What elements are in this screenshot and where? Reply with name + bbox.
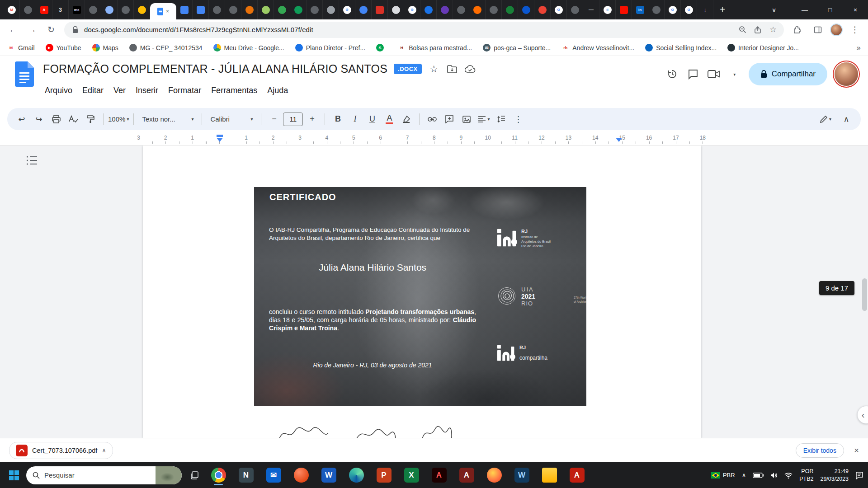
taskbar-app[interactable]: W: [321, 465, 336, 486]
start-button[interactable]: [4, 465, 24, 486]
first-line-ind-marker[interactable]: [217, 135, 223, 137]
window-maximize-button[interactable]: □: [817, 0, 843, 19]
browser-tab[interactable]: [20, 0, 36, 19]
taskbar-app[interactable]: A: [569, 465, 585, 486]
font-size-decrease-icon[interactable]: −: [266, 111, 282, 127]
task-view-icon[interactable]: [184, 465, 204, 485]
bookmark-star-icon[interactable]: ☆: [769, 25, 778, 34]
forward-button[interactable]: →: [24, 21, 41, 38]
browser-tab[interactable]: A: [36, 0, 52, 19]
new-tab-button[interactable]: +: [715, 3, 730, 17]
taskbar-app[interactable]: [349, 465, 364, 486]
insert-link-icon[interactable]: [424, 111, 440, 127]
zoom-icon[interactable]: [738, 25, 747, 34]
notification-center-icon[interactable]: [855, 471, 863, 479]
side-panel-toggle-button[interactable]: ‹: [857, 406, 868, 424]
menu-item[interactable]: Ferramentas: [206, 83, 262, 98]
left-indent-marker[interactable]: [217, 138, 223, 142]
download-chevron-up-icon[interactable]: ∧: [102, 447, 106, 454]
browser-menu-icon[interactable]: ⋮: [846, 21, 863, 38]
browser-tab[interactable]: G: [339, 0, 355, 19]
taskbar-app[interactable]: [542, 465, 557, 486]
zoom-select[interactable]: 100% ▾: [108, 111, 129, 127]
star-document-icon[interactable]: ☆: [428, 63, 440, 75]
browser-tab[interactable]: [225, 0, 241, 19]
browser-tab[interactable]: M: [4, 0, 20, 19]
move-to-folder-icon[interactable]: [446, 63, 458, 75]
browser-tab[interactable]: [486, 0, 502, 19]
browser-profile-avatar[interactable]: [830, 23, 843, 36]
bookmark[interactable]: Social Selling Index...: [645, 44, 717, 52]
browser-tab[interactable]: [355, 0, 372, 19]
editing-mode-pen-icon[interactable]: ▾: [817, 111, 834, 127]
bookmark[interactable]: H Bolsas para mestrad...: [398, 44, 472, 52]
battery-icon[interactable]: [753, 473, 764, 478]
bookmark[interactable]: MG - CEP_ 34012534: [129, 44, 203, 52]
bookmark[interactable]: M Gmail: [7, 44, 35, 52]
video-call-dropdown-icon[interactable]: ▾: [728, 67, 741, 81]
browser-tab[interactable]: [193, 0, 209, 19]
undo-icon[interactable]: ↩: [14, 111, 30, 127]
browser-tab[interactable]: [209, 0, 225, 19]
bookmark[interactable]: rb Andrew Vesselinovit...: [561, 44, 634, 52]
window-minimize-button[interactable]: —: [792, 0, 817, 19]
browser-tab[interactable]: [567, 0, 583, 19]
browser-tab[interactable]: [258, 0, 274, 19]
browser-tab[interactable]: [372, 0, 388, 19]
browser-tab[interactable]: [469, 0, 486, 19]
browser-tab[interactable]: G: [551, 0, 567, 19]
padlock-icon[interactable]: [71, 25, 80, 34]
taskbar-app[interactable]: A: [459, 465, 474, 486]
document-title[interactable]: FORMAÇÃO COMPLEMENTAR - JÚLIA ALANA HILÁ…: [43, 62, 387, 75]
scrollbar-thumb[interactable]: [862, 278, 867, 311]
cloud-saved-icon[interactable]: [464, 63, 476, 75]
taskbar-app[interactable]: [486, 465, 502, 486]
font-size-increase-icon[interactable]: +: [304, 111, 320, 127]
print-icon[interactable]: [48, 111, 64, 127]
bookmark[interactable]: Plano Diretor - Pref...: [295, 44, 366, 52]
browser-tab[interactable]: ıl: [599, 0, 616, 19]
text-color-icon[interactable]: A: [381, 111, 397, 127]
browser-tab[interactable]: ↓: [697, 0, 713, 19]
collapse-toolbar-icon[interactable]: ∧: [838, 111, 854, 127]
browser-tab[interactable]: G: [681, 0, 697, 19]
certificate-image[interactable]: CERTIFICADO O IAB-RJ Compartilha, Progra…: [254, 187, 586, 406]
add-comment-icon[interactable]: [441, 111, 458, 127]
italic-icon[interactable]: I: [347, 111, 363, 127]
insert-image-icon[interactable]: [458, 111, 475, 127]
browser-tab[interactable]: [420, 0, 437, 19]
menu-item[interactable]: Ver: [108, 83, 131, 98]
show-all-downloads-button[interactable]: Exibir todos: [796, 443, 844, 458]
browser-tab[interactable]: [134, 0, 150, 19]
browser-tab[interactable]: [241, 0, 258, 19]
font-select[interactable]: Calibri ▾: [207, 111, 256, 127]
bookmark[interactable]: S: [376, 44, 387, 52]
wifi-icon[interactable]: [784, 472, 793, 479]
bookmark[interactable]: ▶ YouTube: [46, 44, 81, 52]
taskbar-search-box[interactable]: Pesquisar: [26, 466, 182, 484]
browser-tab[interactable]: [323, 0, 339, 19]
document-outline-icon[interactable]: [26, 155, 38, 165]
browser-tab[interactable]: [502, 0, 518, 19]
browser-tab[interactable]: 3: [52, 0, 69, 19]
taskbar-app[interactable]: A: [431, 465, 447, 486]
google-docs-logo[interactable]: [15, 61, 34, 87]
browser-tab[interactable]: [388, 0, 404, 19]
tray-chevron-up-icon[interactable]: ∧: [742, 472, 746, 479]
taskbar-app[interactable]: P: [376, 465, 392, 486]
bookmarks-overflow-icon[interactable]: »: [857, 43, 861, 52]
bold-icon[interactable]: B: [330, 111, 346, 127]
browser-tab[interactable]: [437, 0, 453, 19]
taskbar-app[interactable]: N: [238, 465, 254, 486]
side-panel-icon[interactable]: [809, 21, 826, 38]
browser-tab[interactable]: G: [404, 0, 420, 19]
redo-icon[interactable]: ↪: [31, 111, 47, 127]
share-icon[interactable]: [753, 25, 762, 34]
browser-tab[interactable]: in: [632, 0, 648, 19]
clock[interactable]: 21:49 29/03/2023: [820, 468, 849, 483]
share-button[interactable]: Compartilhar: [749, 63, 827, 85]
menu-item[interactable]: Inserir: [131, 83, 163, 98]
search-highlight-image[interactable]: [156, 466, 182, 484]
browser-tab[interactable]: [290, 0, 307, 19]
browser-tab[interactable]: G: [665, 0, 681, 19]
